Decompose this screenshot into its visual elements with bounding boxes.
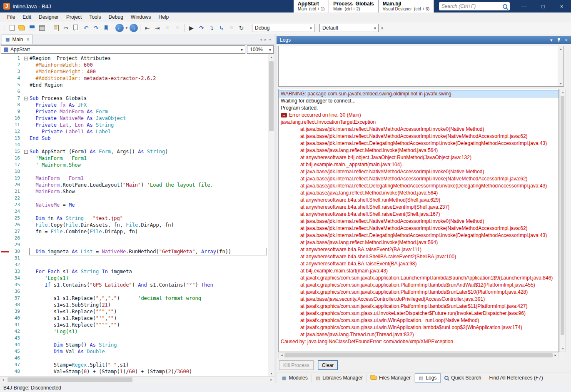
log-line[interactable]: java.lang.reflect.InvocationTargetExcept… — [279, 119, 559, 126]
log-line[interactable]: at java.base/jdk.internal.reflect.Native… — [279, 225, 559, 232]
scroll-tabs-left-icon[interactable]: ◂ — [260, 37, 262, 42]
header-tab-1[interactable]: AppStartMain (ctrl + 1) — [294, 0, 329, 12]
log-line[interactable]: Waiting for debugger to connect... — [279, 97, 559, 105]
log-line[interactable]: at java.base/java.lang.reflect.Method.in… — [279, 147, 559, 154]
scroll-up-icon[interactable]: ▴ — [268, 54, 274, 60]
code-line[interactable]: 15-Sub AppStart (Form1 As Form, Args() A… — [0, 148, 268, 155]
log-line[interactable]: at anywheresoftware.b4a.shell.ShellBA.ra… — [279, 253, 559, 260]
navigate-forward-icon[interactable]: → — [130, 24, 138, 32]
log-line[interactable]: Caused by: java.lang.NoClassDefFoundErro… — [279, 338, 559, 345]
log-line[interactable]: at java.base/jdk.internal.reflect.Native… — [279, 133, 559, 140]
log-line[interactable]: at anywheresoftware.b4a.BA.raiseEvent(BA… — [279, 260, 559, 267]
log-line[interactable]: at java.base/java.lang.reflect.Method.in… — [279, 190, 559, 197]
minimize-button[interactable]: — — [515, 0, 534, 12]
code-line[interactable]: 39 s1=s1.Replace("°","") — [0, 308, 268, 315]
undo-icon[interactable]: ↶ — [81, 23, 91, 33]
scroll-left-icon[interactable]: ◂ — [0, 377, 6, 383]
code-line[interactable]: 1-#Region Project Attributes — [0, 55, 268, 62]
editor-vertical-scrollbar[interactable]: ▴ ▾ — [268, 54, 274, 377]
menu-debug[interactable]: Debug — [105, 12, 127, 22]
code-line[interactable]: 9 Private MainForm As Form — [0, 108, 268, 115]
navigate-back-icon[interactable]: ← — [115, 24, 124, 32]
log-line[interactable]: at java.base/jdk.internal.reflect.Native… — [279, 126, 559, 133]
clear-button[interactable]: Clear — [318, 360, 338, 370]
code-line[interactable]: 40 s1=s1.Replace("'","") — [0, 315, 268, 322]
code-line[interactable]: 46 — [0, 355, 268, 362]
comment-icon[interactable]: ≡ — [162, 23, 172, 33]
code-line[interactable]: 24 — [0, 208, 268, 215]
log-line[interactable]: at b4j.example.main.start(main.java:43) — [279, 267, 559, 275]
code-line[interactable]: 19 MainForm = Form1 — [0, 175, 268, 182]
code-line[interactable]: 42 'Log(s1) — [0, 328, 268, 335]
scroll-left-icon[interactable]: ◂ — [279, 352, 285, 358]
bottom-tab-logs[interactable]: ▤Logs — [415, 373, 441, 383]
code-line[interactable]: 7-Sub Process_Globals — [0, 95, 268, 102]
code-line[interactable]: 35 If s1.Contains("GPS Latitude") And s1… — [0, 282, 268, 288]
code-line[interactable]: 10 Private NativeMe As JavaObject — [0, 115, 268, 122]
log-line[interactable]: at javafx.graphics/com.sun.glass.ui.Invo… — [279, 310, 559, 317]
editor-horizontal-scrollbar[interactable]: ◂ ▸ — [0, 376, 274, 383]
chevron-down-icon[interactable]: ▾ — [372, 26, 378, 30]
pause-icon[interactable]: ≡ — [227, 23, 236, 33]
code-line[interactable]: 28 — [0, 235, 268, 242]
log-line[interactable]: at b4j.example.main._appstart(main.java:… — [279, 161, 559, 168]
scroll-up-icon[interactable]: ▴ — [560, 89, 566, 95]
close-button[interactable]: × — [552, 0, 571, 12]
header-tab-2[interactable]: Process_GlobalsMain (ctrl + 2) — [329, 0, 378, 12]
log-line[interactable]: at java.base/jdk.internal.reflect.Delega… — [279, 182, 559, 190]
logs-vertical-scrollbar[interactable]: ▴ ▾ — [559, 89, 566, 352]
menu-project[interactable]: Project — [62, 12, 85, 22]
scroll-right-icon[interactable]: ▸ — [268, 377, 274, 383]
log-line[interactable]: at anywheresoftware.b4j.object.JavaObjec… — [279, 154, 559, 161]
log-line[interactable]: at javafx.graphics/com.sun.javafx.applic… — [279, 303, 559, 310]
log-line[interactable]: at java.base/java.lang.Thread.run(Thread… — [279, 331, 559, 338]
code-line[interactable]: 44 Dim Stamp() As String — [0, 342, 268, 348]
scrollbar-thumb[interactable] — [7, 377, 132, 382]
code-line[interactable]: 36 — [0, 288, 268, 295]
bottom-tab-libraries-manager[interactable]: ▤Libraries Manager — [312, 374, 367, 382]
code-line[interactable]: 32 — [0, 262, 268, 268]
build-icon[interactable] — [37, 23, 47, 33]
scroll-down-icon[interactable]: ▾ — [558, 81, 564, 86]
code-line[interactable]: 30 Dim imgmeta As List = NativeMe.RunMet… — [0, 248, 268, 255]
scrollbar-thumb[interactable] — [269, 61, 274, 131]
step-into-icon[interactable]: ↴ — [207, 23, 216, 33]
fold-toggle-icon[interactable]: - — [22, 57, 30, 60]
code-line[interactable]: 25 Dim fn As String = "test.jpg" — [0, 215, 268, 222]
close-logs-icon[interactable]: × — [565, 37, 568, 42]
log-line[interactable]: at java.base/java.lang.reflect.Method.in… — [279, 239, 559, 246]
menu-windows[interactable]: Windows — [127, 12, 155, 22]
code-line[interactable]: 43 — [0, 335, 268, 342]
search-input[interactable]: Search (Ctrl+F) — [439, 2, 510, 10]
log-line[interactable]: WARNING: package com.sun.javafx.embed.sw… — [279, 90, 559, 97]
scroll-down-icon[interactable]: ▾ — [560, 345, 566, 352]
run-icon[interactable]: ▶ — [187, 23, 196, 33]
code-line[interactable]: 2 #MainFormWidth: 600 — [0, 62, 268, 68]
log-line[interactable]: →Error occurred on line: 30 (Main) — [279, 112, 559, 119]
logs-horizontal-scrollbar[interactable]: ◂ ▸ — [278, 352, 559, 358]
bottom-tab-quick-search[interactable]: Quick Search — [441, 374, 485, 382]
dock-position-icon[interactable]: ▾ — [550, 37, 553, 43]
log-line[interactable]: at java.base/jdk.internal.reflect.Delega… — [279, 140, 559, 147]
step-out-icon[interactable]: ↳ — [217, 23, 226, 33]
log-line[interactable]: at javafx.graphics/com.sun.glass.ui.win.… — [279, 324, 559, 331]
code-line[interactable]: 38 s1=s1.SubString(21) — [0, 302, 268, 308]
code-line[interactable]: 47 Stamp=Regex.Split(" ",s1) — [0, 362, 268, 368]
code-line[interactable]: 4 #AdditionalJar: metadata-extractor-2.6… — [0, 75, 268, 82]
code-line[interactable]: 13End Sub — [0, 135, 268, 142]
log-line[interactable]: at java.base/jdk.internal.reflect.Delega… — [279, 232, 559, 239]
log-line[interactable]: at java.base/jdk.internal.reflect.Native… — [279, 218, 559, 225]
code-line[interactable]: 45 Dim Val As Double — [0, 348, 268, 355]
log-line[interactable]: at anywheresoftware.b4a.shell.Shell.runM… — [279, 197, 559, 204]
log-line[interactable]: at java.base/jdk.internal.reflect.Native… — [279, 175, 559, 182]
code-line[interactable]: 6 — [0, 88, 268, 95]
redo-icon[interactable]: ↷ — [91, 23, 101, 33]
log-line[interactable]: at java.base/java.security.AccessControl… — [279, 296, 559, 303]
code-line[interactable]: 48 Val=Stamp(0) + (Stamp(1)/60) + (Stamp… — [0, 368, 268, 375]
code-line[interactable]: 33 For Each s1 As String In imgmeta — [0, 268, 268, 275]
log-line[interactable]: at java.base/jdk.internal.reflect.Native… — [279, 168, 559, 175]
code-line[interactable]: 20 MainForm.RootPane.LoadLayout("Main") … — [0, 182, 268, 188]
log-line[interactable]: at javafx.graphics/com.sun.javafx.applic… — [279, 289, 559, 296]
open-project-icon[interactable] — [17, 23, 27, 33]
menu-edit[interactable]: Edit — [19, 12, 35, 22]
